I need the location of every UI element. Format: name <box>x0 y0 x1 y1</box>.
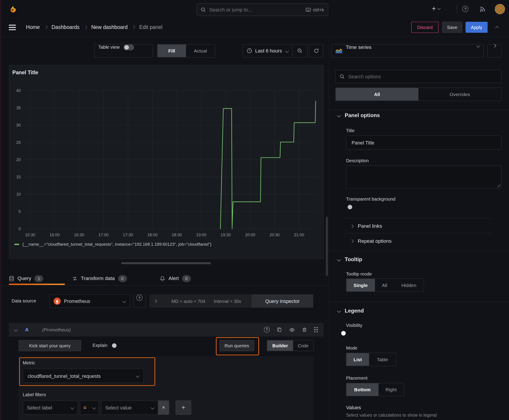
global-search-input[interactable] <box>209 7 303 13</box>
legend-list-option[interactable]: List <box>346 353 369 366</box>
window-edge <box>0 0 1 420</box>
datasource-help-button[interactable]: ? <box>133 294 146 308</box>
pane-resize-handle[interactable] <box>121 262 211 264</box>
metric-select[interactable]: cloudflared_tunnel_total_requests <box>23 369 144 383</box>
svg-text:17:30: 17:30 <box>123 233 133 237</box>
tooltip-mode-label: Tooltip mode <box>346 271 372 276</box>
tab-overrides[interactable]: Overrides <box>418 88 501 100</box>
help-icon: ? <box>137 295 143 301</box>
apply-button[interactable]: Apply <box>465 22 487 33</box>
fill-option[interactable]: Fill <box>158 45 186 57</box>
kickstart-query-button[interactable]: Kick start your query <box>18 340 81 351</box>
operator-dropdown[interactable]: = <box>80 400 99 415</box>
topnav-divider <box>457 5 457 13</box>
toggle-visibility-icon[interactable] <box>289 327 295 332</box>
plus-icon: + <box>182 404 185 411</box>
actual-option[interactable]: Actual <box>186 45 215 57</box>
tooltip-hidden-option[interactable]: Hidden <box>394 279 424 291</box>
placement-right-option[interactable]: Right <box>378 383 404 396</box>
chevron-down-icon <box>476 44 480 48</box>
builder-code-switch: Builder Code <box>267 340 313 351</box>
panel-options-header[interactable]: Panel options <box>338 112 380 118</box>
chevron-down-icon <box>337 258 341 261</box>
repeat-options-section[interactable]: Repeat options <box>350 238 392 244</box>
table-view-toggle[interactable] <box>123 45 134 50</box>
vertical-scrollbar[interactable] <box>326 217 328 276</box>
query-inspector-button[interactable]: Query inspector <box>251 294 313 308</box>
tooltip-header[interactable]: Tooltip <box>338 256 362 262</box>
grafana-window: ctrl+k + ? Home Dashboards New dashboard… <box>0 0 509 420</box>
options-search[interactable] <box>335 70 501 83</box>
global-search[interactable]: ctrl+k <box>196 3 328 16</box>
description-textarea[interactable] <box>346 165 501 189</box>
add-filter-button[interactable]: + <box>176 400 191 415</box>
collapse-header-icon[interactable] <box>495 26 499 30</box>
panel-title-field[interactable] <box>346 135 501 150</box>
transparent-background-label: Transparent background <box>346 196 395 202</box>
drag-handle-icon[interactable] <box>314 327 318 332</box>
transform-icon <box>72 276 78 281</box>
news-rss-icon[interactable] <box>479 6 486 12</box>
help-icon[interactable]: ? <box>462 6 468 12</box>
grafana-logo[interactable] <box>8 4 17 15</box>
breadcrumb-new-dashboard[interactable]: New dashboard <box>91 24 128 30</box>
tab-query[interactable]: Query 1 <box>9 272 43 285</box>
zoom-out-button[interactable] <box>292 45 307 57</box>
clock-icon <box>247 48 252 54</box>
time-range-picker[interactable]: Last 6 hours <box>243 45 292 57</box>
new-menu-button[interactable]: + <box>432 4 440 14</box>
select-label-dropdown[interactable]: Select label <box>23 400 78 415</box>
svg-text:35: 35 <box>16 106 21 110</box>
breadcrumb-home[interactable]: Home <box>26 24 40 30</box>
chevron-down-icon <box>437 7 441 10</box>
save-button[interactable]: Save <box>442 22 462 33</box>
tooltip-mode-switch: Single All Hidden <box>346 278 424 292</box>
tab-alert[interactable]: Alert 0 <box>160 272 191 285</box>
discard-button[interactable]: Discard <box>411 22 439 33</box>
user-avatar[interactable] <box>495 4 505 14</box>
tooltip-all-option[interactable]: All <box>375 279 394 291</box>
legend-header[interactable]: Legend <box>338 308 364 314</box>
transform-count-badge: 0 <box>118 275 127 282</box>
collapse-query-icon[interactable] <box>14 328 18 331</box>
select-label-placeholder: Select label <box>27 405 71 410</box>
query-row-header[interactable]: A (Prometheus) ? <box>9 323 324 337</box>
tooltip-single-option[interactable]: Single <box>346 279 375 291</box>
plus-icon: + <box>432 4 436 14</box>
panel-links-section[interactable]: Panel links <box>350 223 382 229</box>
tab-all[interactable]: All <box>336 88 418 100</box>
time-series-chart[interactable]: 051015202530354015:3016:0016:3017:0017:3… <box>9 65 324 247</box>
explain-label: Explain <box>92 343 107 348</box>
visualization-picker[interactable]: Time series <box>331 44 484 57</box>
expand-options-icon[interactable] <box>153 299 157 303</box>
breadcrumb-dashboards[interactable]: Dashboards <box>52 24 80 30</box>
panel-title-input[interactable] <box>351 139 497 145</box>
query-options-bar: MD = auto = 704 Interval = 30s Query ins… <box>149 294 313 308</box>
select-value-dropdown[interactable]: Select value <box>101 400 158 415</box>
datasource-picker[interactable]: Prometheus <box>49 294 130 308</box>
code-option[interactable]: Code <box>293 340 313 351</box>
chevron-down-icon <box>122 299 126 303</box>
menu-toggle-icon[interactable] <box>9 23 16 31</box>
query-help-icon[interactable]: ? <box>264 327 270 333</box>
options-search-input[interactable] <box>348 73 497 79</box>
placement-bottom-option[interactable]: Bottom <box>346 383 378 396</box>
builder-option[interactable]: Builder <box>267 340 293 351</box>
options-tabs: All Overrides <box>335 88 501 101</box>
remove-filter-button[interactable]: × <box>158 400 169 415</box>
legend-values-label: Values <box>346 405 361 411</box>
resize-handle-icon[interactable] <box>497 184 500 187</box>
delete-query-icon[interactable] <box>302 327 307 332</box>
legend-visibility-label: Visibility <box>346 323 363 328</box>
duplicate-query-icon[interactable] <box>277 327 282 332</box>
chart-legend: {__name__="cloudflared_tunnel_total_requ… <box>14 242 212 247</box>
max-data-points-stat: MD = auto = 704 <box>171 298 205 304</box>
refresh-button[interactable] <box>309 44 323 57</box>
operator-value: = <box>84 405 86 410</box>
legend-table-option[interactable]: Table <box>369 353 396 366</box>
legend-series-label[interactable]: {__name__="cloudflared_tunnel_total_requ… <box>23 242 211 247</box>
collapse-sidebar-button[interactable] <box>487 44 501 57</box>
run-queries-button[interactable]: Run queries <box>220 340 254 351</box>
chevron-down-icon <box>337 309 341 313</box>
tab-transform-data[interactable]: Transform data 0 <box>72 272 127 285</box>
